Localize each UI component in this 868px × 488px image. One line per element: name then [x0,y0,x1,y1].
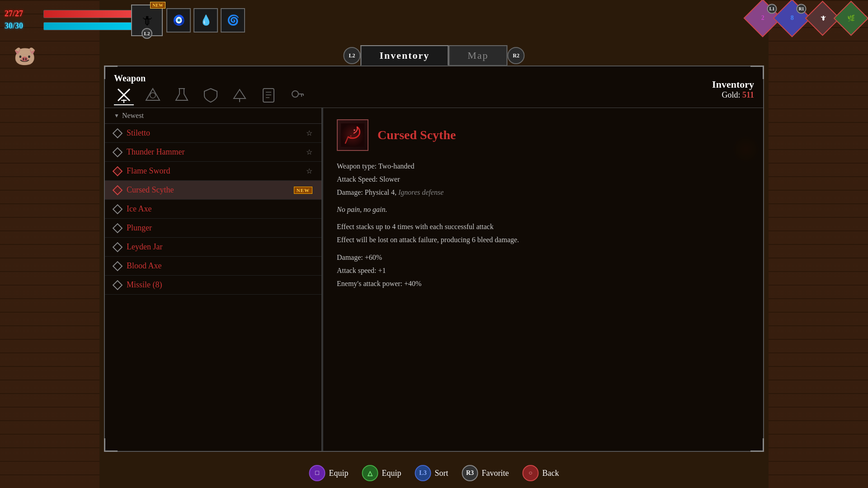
item-row[interactable]: Thunder Hammer ☆ [105,143,321,162]
equip-triangle-button[interactable]: △ Equip [362,465,401,481]
favorite-button[interactable]: R3 Favorite [462,465,509,481]
circle-button-icon: ○ [523,465,539,481]
svg-point-13 [292,91,298,97]
item-diamond-icon [113,280,123,290]
mana-bar-fill [44,23,142,30]
item-new-badge: NEW [294,187,312,194]
svg-rect-9 [263,89,274,102]
weapon-icon-svg [116,87,132,103]
item-icon-box [337,119,368,151]
svg-marker-4 [146,89,160,100]
mana-label: 30/30 [5,21,41,31]
tab-map[interactable]: Map [448,45,507,66]
item-row[interactable]: Cursed Scythe NEW [105,181,321,200]
relic-icon-svg [262,88,275,103]
equip-square-button[interactable]: □ Equip [309,465,349,481]
l1-value: 2 [761,14,764,22]
armor-icon-svg [203,88,218,103]
back-label: Back [542,469,559,478]
mana-bar-bg [43,22,143,30]
item-detail-panel: Cursed Scythe Weapon type: Two-handed At… [323,108,763,451]
inventory-tabs: L2 Inventory Map R2 [343,45,524,66]
category-row: Weapon [105,66,763,108]
svg-point-19 [354,129,355,131]
l1-badge: L1 [767,4,777,14]
item-row[interactable]: Ice Axe [105,200,321,219]
item-star-icon: ☆ [306,129,312,137]
character-icon: 🗡 NEW L2 [131,5,163,36]
item-list[interactable]: Stiletto ☆ Thunder Hammer ☆ Flame Sword … [105,124,321,451]
item-name: Blood Axe [127,261,312,271]
r2-tab-button[interactable]: R2 [508,47,525,64]
item-diamond-icon [113,128,123,138]
item-row[interactable]: Stiletto ☆ [105,124,321,143]
bonus-attack-speed: Attack speed: +1 [337,264,750,277]
item-name: Stiletto [127,128,301,138]
r1-value: 8 [791,14,794,22]
svg-point-5 [150,93,156,98]
item-list-panel: ▼ Newest Stiletto ☆ Thunder Hammer ☆ [105,108,322,451]
tab-inventory[interactable]: Inventory [360,45,448,66]
detail-header: Cursed Scythe [337,119,750,151]
cat-filter[interactable] [230,85,250,105]
hud-topright: L1 2 R1 8 🗡 🌿 [749,5,863,32]
health-bar-fill [44,10,142,18]
item-name: Missile (8) [127,280,312,290]
cat-key[interactable] [288,85,307,105]
detail-item-name: Cursed Scythe [377,128,456,142]
svg-rect-17 [341,123,364,147]
hud-topcenter: 🗡 NEW L2 🧿 💧 🌀 [131,5,245,36]
category-icons [114,85,307,105]
cat-armor[interactable] [201,85,221,105]
svg-marker-7 [234,89,245,99]
back-button[interactable]: ○ Back [523,465,559,481]
inventory-title: Inventory [712,79,754,90]
sort-label: Sort [435,469,448,478]
item-row[interactable]: Blood Axe [105,257,321,276]
cat-relic[interactable] [259,85,278,105]
cat-weapon[interactable] [114,85,134,105]
cat-rune[interactable] [143,85,163,105]
sort-arrow-icon: ▼ [114,113,119,119]
item-diamond-icon [113,185,123,195]
player-pig-icon: 🐷 [14,45,36,66]
gold-amount: 511 [742,90,754,99]
weapon-category-label: Weapon [114,73,307,84]
sort-button[interactable]: L3 Sort [415,465,448,481]
item-name: Plunger [127,223,312,233]
hud-diamond-4: 🌿 [834,0,868,36]
corner-tr [750,66,764,79]
ability-icon-1-symbol: 🧿 [173,14,185,26]
inventory-panel: Weapon [104,66,764,452]
ability-icon-3: 🌀 [221,8,245,33]
damage-suffix: Ignores defense [398,188,443,196]
corner-bl [104,438,118,452]
action-bar: □ Equip △ Equip L3 Sort R3 Favorite ○ Ba… [309,465,559,481]
item-diamond-icon [113,261,123,271]
l2-badge: L2 [142,28,152,39]
flask-icon-svg [175,88,189,103]
l2-tab-button[interactable]: L2 [343,47,360,64]
corner-br [750,438,764,452]
item-row[interactable]: Leyden Jar [105,238,321,257]
l3-button-icon: L3 [415,465,431,481]
item-star-icon: ☆ [306,148,312,156]
item-row[interactable]: Flame Sword ☆ [105,162,321,181]
item-row[interactable]: Plunger [105,219,321,238]
sort-label: Newest [122,112,144,120]
corner-tl [104,66,118,79]
item-row[interactable]: Missile (8) [105,276,321,295]
svg-point-20 [350,136,352,137]
item-diamond-icon [113,147,123,157]
ability-icon-1: 🧿 [166,8,191,33]
effect-line-1: Effect stacks up to 4 times with each su… [337,221,750,234]
detail-effect: Effect stacks up to 4 times with each su… [337,221,750,247]
weapon-type-stat: Weapon type: Two-handed [337,160,750,173]
filter-icon-svg [233,89,246,102]
bonus-damage: Damage: +60% [337,251,750,264]
favorite-label: Favorite [482,469,509,478]
content-area: ▼ Newest Stiletto ☆ Thunder Hammer ☆ [105,108,763,451]
cat-flask[interactable] [172,85,192,105]
item-diamond-icon [113,204,123,214]
inventory-info: Inventory Gold: 511 [712,79,754,100]
